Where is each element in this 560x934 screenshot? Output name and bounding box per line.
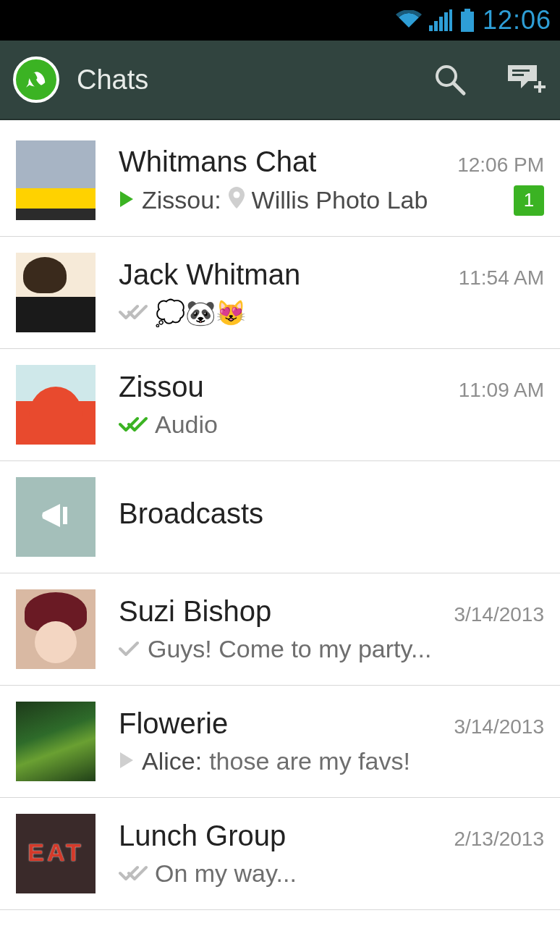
chat-list[interactable]: Whitmans Chat12:06 PMZissou:Willis Photo… [0, 120, 560, 910]
chat-row[interactable]: Broadcasts [0, 461, 560, 573]
chat-avatar [16, 702, 96, 781]
new-chat-button[interactable] [506, 59, 547, 100]
chat-content: Suzi Bishop3/14/2013Guys! Come to my par… [119, 595, 544, 663]
chat-time: 11:54 AM [459, 266, 544, 290]
chat-avatar [16, 814, 96, 893]
chat-preview: Alice:those are my favs! [119, 747, 410, 775]
chat-preview: On my way... [119, 859, 297, 888]
location-pin-icon [229, 186, 245, 214]
status-bar: 12:06 [0, 0, 560, 41]
read-receipt-icon [119, 859, 148, 888]
chat-time: 3/14/2013 [454, 603, 544, 626]
chat-name: Whitmans Chat [119, 146, 316, 178]
chat-preview: Audio [119, 411, 218, 439]
chat-sender: Alice: [142, 747, 202, 775]
unread-badge: 1 [514, 185, 544, 216]
chat-avatar [16, 365, 96, 445]
chat-avatar [16, 140, 96, 220]
chat-time: 2/13/2013 [454, 828, 544, 851]
new-chat-icon [506, 64, 547, 96]
chat-message-preview: Guys! Come to my party... [148, 635, 431, 663]
svg-point-12 [233, 192, 239, 198]
chat-name: Zissou [119, 371, 204, 403]
chat-message-preview: those are my favs! [209, 747, 410, 775]
chat-preview: 💭🐼😻 [119, 298, 246, 327]
signal-icon [429, 9, 452, 31]
broadcast-avatar [16, 477, 96, 557]
page-title: Chats [77, 64, 394, 96]
chat-content: Whitmans Chat12:06 PMZissou:Willis Photo… [119, 146, 544, 216]
chat-name: Broadcasts [119, 497, 263, 530]
svg-rect-6 [461, 12, 474, 32]
whatsapp-logo-icon [13, 56, 59, 103]
chat-name: Suzi Bishop [119, 595, 271, 628]
read-receipt-icon [119, 298, 148, 327]
chat-message-preview: Willis Photo Lab [252, 186, 428, 214]
play-icon [119, 747, 135, 775]
search-icon [432, 62, 468, 98]
megaphone-icon [34, 494, 77, 540]
svg-line-9 [454, 83, 464, 93]
chat-message-preview: On my way... [155, 859, 297, 888]
svg-rect-2 [439, 17, 443, 31]
chat-row[interactable]: Suzi Bishop3/14/2013Guys! Come to my par… [0, 573, 560, 686]
chat-avatar [16, 253, 96, 332]
chat-content: Zissou11:09 AMAudio [119, 371, 544, 439]
svg-rect-5 [464, 9, 470, 12]
svg-rect-0 [429, 25, 433, 31]
chat-row[interactable]: Lunch Group2/13/2013On my way... [0, 798, 560, 910]
chat-time: 3/14/2013 [454, 715, 544, 739]
chat-preview: Guys! Come to my party... [119, 635, 431, 663]
chat-row[interactable]: Whitmans Chat12:06 PMZissou:Willis Photo… [0, 120, 560, 237]
svg-rect-3 [444, 12, 448, 31]
svg-rect-4 [449, 9, 452, 31]
chat-content: Lunch Group2/13/2013On my way... [119, 820, 544, 888]
chat-name: Jack Whitman [119, 258, 300, 291]
chat-name: Flowerie [119, 707, 228, 740]
wifi-icon [396, 10, 422, 30]
svg-rect-10 [512, 70, 530, 72]
chat-sender: Zissou: [142, 186, 221, 214]
chat-row[interactable]: Flowerie3/14/2013Alice:those are my favs… [0, 686, 560, 798]
svg-rect-13 [63, 507, 67, 524]
chat-time: 11:09 AM [459, 379, 544, 402]
play-icon [119, 186, 135, 214]
chat-name: Lunch Group [119, 820, 286, 852]
chat-time: 12:06 PM [457, 153, 544, 177]
chat-content: Broadcasts [119, 497, 544, 537]
chat-preview: Zissou:Willis Photo Lab [119, 186, 428, 214]
read-receipt-icon [119, 411, 148, 439]
chat-message-preview: 💭🐼😻 [155, 298, 246, 327]
battery-icon [459, 9, 475, 32]
chat-avatar [16, 589, 96, 669]
app-header: Chats [0, 41, 560, 120]
chat-row[interactable]: Jack Whitman11:54 AM💭🐼😻 [0, 237, 560, 349]
status-time: 12:06 [483, 5, 551, 35]
search-button[interactable] [430, 59, 470, 100]
chat-content: Flowerie3/14/2013Alice:those are my favs… [119, 707, 544, 775]
chat-message-preview: Audio [155, 411, 218, 439]
chat-content: Jack Whitman11:54 AM💭🐼😻 [119, 258, 544, 327]
read-receipt-icon [119, 635, 140, 663]
chat-row[interactable]: Zissou11:09 AMAudio [0, 349, 560, 461]
svg-rect-11 [512, 74, 524, 76]
svg-rect-1 [434, 21, 438, 31]
